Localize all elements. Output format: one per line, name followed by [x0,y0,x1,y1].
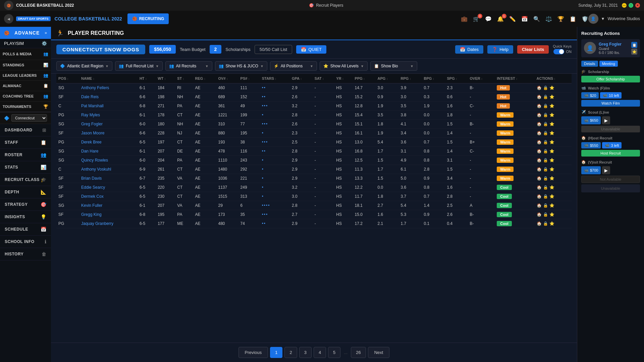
sidebar-item-recruit-class[interactable]: RECRUIT CLASS🎓 [0,174,51,186]
sidebar-item-dashboard[interactable]: DASHBOARD⊞ [0,124,51,136]
action-home-icon[interactable]: 🏠 [537,203,542,208]
host-recruit-button[interactable]: Host Recruit [581,150,640,157]
standings-item[interactable]: STANDINGS 📊 [3,61,48,69]
action-star-icon[interactable]: ⭐ [549,212,554,217]
table-cell[interactable]: Anthony Fellers [79,83,138,93]
action-star-icon[interactable]: ⭐ [549,221,554,226]
show-all-levels-filter[interactable]: ⭐ Show All Levels ▼ [320,61,368,71]
show-hs-filter[interactable]: 👥 Show HS & JUCO ▼ [215,61,267,71]
standings-row[interactable]: STANDINGS 📊 [0,60,51,70]
action-star-icon[interactable]: ⭐ [549,140,554,144]
sidebar-item-history[interactable]: HISTORY🗑 [0,248,51,260]
league-leaders-row[interactable]: LEAGUE LEADERS 👥 [0,70,51,81]
toggle-track[interactable] [553,49,564,54]
film-left-button[interactable]: 📹 10 left [600,92,622,99]
th-ov#[interactable]: OV# [216,74,238,83]
action-lock-icon[interactable]: 🔒 [543,131,548,135]
th-gpa[interactable]: GPA [290,74,313,83]
shield-icon[interactable]: 🛡️ [582,16,588,22]
th-over[interactable]: OVER [468,74,495,83]
action-home-icon[interactable]: 🏠 [537,149,542,154]
action-lock-icon[interactable]: 🔒 [543,203,548,208]
host-left-button[interactable]: 📹 3 left [602,142,622,148]
sidebar-item-insights[interactable]: INSIGHTS💡 [0,211,51,223]
action-star-icon[interactable]: ⭐ [549,167,554,172]
action-home-icon[interactable]: 🏠 [537,212,542,217]
tournaments-row[interactable]: TOURNAMENTS 🏆 [0,102,51,112]
call-list-button[interactable]: 50/50 Call List [255,45,292,54]
sidebar-item-staff[interactable]: STAFF📋 [0,136,51,149]
trophy-icon[interactable]: 🏆 [557,16,564,22]
show-bio-filter[interactable]: 📋 Show Bio ▼ [370,61,417,71]
th-ppg[interactable]: PPG [353,74,376,83]
page-3-button[interactable]: 3 [299,347,312,358]
sidebar-item-stats[interactable]: STATS📊 [0,161,51,174]
action-star-icon[interactable]: ⭐ [549,85,554,90]
ra-list-icon[interactable]: 📋 [631,42,637,48]
action-home-icon[interactable]: 🏠 [537,176,542,181]
table-cell[interactable]: Dan Hare [79,147,138,156]
th-apg[interactable]: APG [376,74,399,83]
table-cell[interactable]: Jason Moore [79,129,138,138]
th-reg[interactable]: REG [193,74,216,83]
scale-icon[interactable]: ⚖️ [545,16,552,22]
all-recruits-filter[interactable]: 👥 All Recruits ▼ [165,61,212,71]
action-lock-icon[interactable]: 🔒 [543,149,548,154]
help-button[interactable]: ❓ Help [487,45,513,54]
action-star-icon[interactable]: ⭐ [549,104,554,108]
action-star-icon[interactable]: ⭐ [549,203,554,208]
clear-lists-button[interactable]: Clear Lists [517,45,549,54]
recruit-list-filter[interactable]: 👥 Full Recruit List ▼ [115,61,163,71]
th-spg[interactable]: SPG [445,74,468,83]
briefcase-icon[interactable]: 💼 [461,16,468,22]
th-st[interactable]: ST [175,74,193,83]
visit-arrow-icon[interactable]: ▶ [602,166,610,174]
bell-icon[interactable]: 🔔 1 [497,16,504,22]
table-cell[interactable]: Dermek Cox [79,192,138,201]
quick-keys-toggle[interactable]: ON [553,49,572,54]
visit-cost-button[interactable]: 📹 $700 [581,166,601,174]
table-cell[interactable]: Derek Bree [79,138,138,147]
action-home-icon[interactable]: 🏠 [537,140,542,144]
play-sim-row[interactable]: PLAY/SIM ⚙️ [0,39,51,48]
action-star-icon[interactable]: ⭐ [549,131,554,135]
table-cell[interactable]: Eddie Searcy [79,183,138,192]
action-star-icon[interactable]: ⭐ [549,176,554,181]
action-lock-icon[interactable]: 🔒 [543,95,548,99]
action-star-icon[interactable]: ⭐ [549,95,554,99]
window-buttons[interactable]: — □ ✕ [622,3,640,8]
th-yr[interactable]: YR [334,74,353,83]
next-button[interactable]: Next [368,347,390,358]
th-wt[interactable]: WT [156,74,175,83]
action-lock-icon[interactable]: 🔒 [543,113,548,117]
action-star-icon[interactable]: ⭐ [549,149,554,154]
action-home-icon[interactable]: 🏠 [537,185,542,190]
offer-scholarship-button[interactable]: Offer Scholarship [581,76,640,82]
chat-icon[interactable]: 💬 [485,16,492,22]
th-sat[interactable]: SAT [313,74,334,83]
action-star-icon[interactable]: ⭐ [549,158,554,163]
th-interest[interactable]: INTEREST [495,74,534,83]
action-home-icon[interactable]: 🏠 [537,167,542,172]
sidebar-item-strategy[interactable]: STRATEGY🎯 [0,198,51,211]
page-2-button[interactable]: 2 [284,347,297,358]
almanac-row[interactable]: ALMANAC 📋 [0,81,51,91]
cart-icon[interactable]: 🛒 3 [473,16,480,22]
th-stars[interactable]: STARS [260,74,290,83]
minimize-button[interactable]: — [622,3,627,8]
action-lock-icon[interactable]: 🔒 [543,167,548,172]
action-home-icon[interactable]: 🏠 [537,95,542,99]
host-cost-button[interactable]: 📹 $550 [581,142,601,148]
sidebar-recruiting-button[interactable]: 🏀 ADVANCE » [0,27,51,39]
th-ht[interactable]: HT [138,74,156,83]
table-cell[interactable]: Kevin Fuller [79,201,138,210]
watch-film-button[interactable]: Watch Film [581,100,640,107]
sidebar-item-depth[interactable]: DEPTH📐 [0,186,51,198]
recruiting-button[interactable]: 🏀 RECRUITING [127,13,169,24]
search-icon[interactable]: 🔍 [533,16,540,22]
page-1-button[interactable]: 1 [270,347,282,358]
maximize-button[interactable]: □ [629,3,633,8]
action-star-icon[interactable]: ⭐ [549,194,554,199]
action-lock-icon[interactable]: 🔒 [543,221,548,226]
clipboard-icon[interactable]: 📋 [570,16,576,22]
